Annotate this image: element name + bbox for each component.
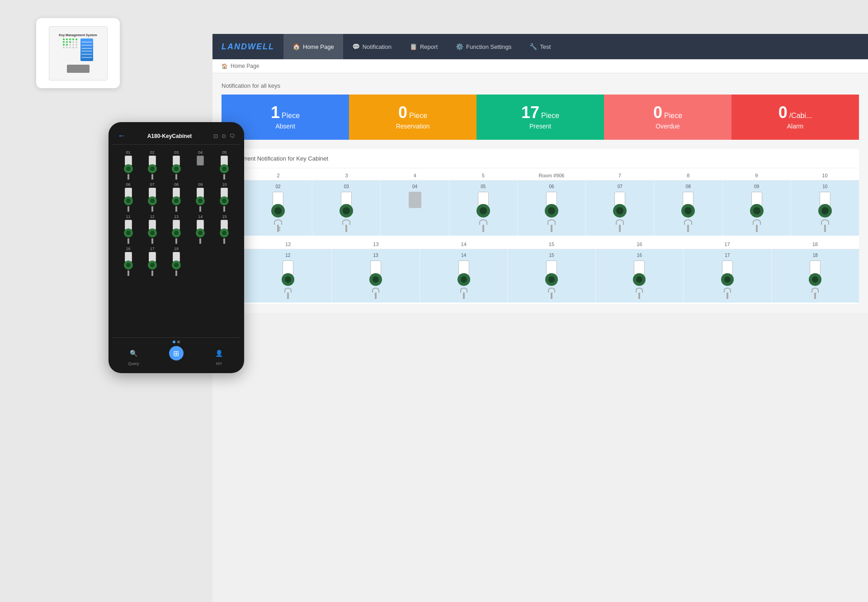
nav-label-home: Home Page bbox=[303, 43, 334, 50]
tablet-nav-home[interactable]: ⊞ bbox=[169, 346, 184, 366]
tablet-nav-my[interactable]: 👤 MY bbox=[212, 346, 226, 366]
key-cell-06[interactable]: 06 bbox=[518, 180, 586, 236]
key-cell-03[interactable]: 03 bbox=[312, 180, 381, 236]
stat-card-reservation[interactable]: 0 Piece Reservation bbox=[349, 95, 476, 140]
key-cell-05[interactable]: 05 bbox=[449, 180, 518, 236]
test-icon: 🔧 bbox=[529, 43, 537, 50]
page-dot-2 bbox=[177, 341, 180, 343]
breadcrumb-home-icon: 🏠 bbox=[222, 63, 228, 69]
col-header-14: 14 bbox=[420, 240, 508, 249]
breadcrumb-text: Home Page bbox=[231, 63, 259, 69]
nav-label-report: Report bbox=[420, 43, 438, 50]
absent-unit: Piece bbox=[282, 112, 300, 120]
col-header-13: 13 bbox=[332, 240, 420, 249]
nav-item-home[interactable]: 🏠 Home Page bbox=[283, 34, 343, 59]
tablet-key-09[interactable]: 09 bbox=[190, 182, 211, 212]
key-cell-07[interactable]: 07 bbox=[586, 180, 654, 236]
overdue-label: Overdue bbox=[656, 123, 680, 130]
cabinet-section: ● Current Notification for Key Cabinet y… bbox=[222, 149, 859, 304]
tablet-back-button[interactable]: ← bbox=[118, 131, 126, 141]
tablet-icon-chat[interactable]: 🗨 bbox=[230, 133, 235, 139]
key-cell-15[interactable]: 15 bbox=[508, 249, 595, 303]
tablet-key-04[interactable]: 04 bbox=[190, 150, 211, 180]
tablet-key-14[interactable]: 14 bbox=[190, 214, 211, 244]
tablet-page-dots bbox=[173, 341, 180, 343]
col-header-2: 2 bbox=[244, 171, 312, 180]
tablet-nav-query[interactable]: 🔍 Query bbox=[126, 346, 141, 366]
tablet-bottom-nav: 🔍 Query ⊞ 👤 MY bbox=[112, 337, 241, 368]
tablet-key-06[interactable]: 06 bbox=[118, 182, 139, 212]
key-cell-12[interactable]: 12 bbox=[244, 249, 332, 303]
key-cell-08[interactable]: 08 bbox=[654, 180, 722, 236]
col-header-4: 4 bbox=[381, 171, 449, 180]
tablet-screen: ← A180-KeyCabinet ⊡ ⊙ 🗨 01 bbox=[112, 128, 241, 368]
slot-num-02: 02 bbox=[276, 184, 281, 189]
col-header-7: 7 bbox=[586, 171, 654, 180]
slot-num-08: 08 bbox=[686, 184, 691, 189]
key-cell-09[interactable]: 09 bbox=[723, 180, 791, 236]
slot-num-07: 07 bbox=[618, 184, 623, 189]
stat-card-alarm[interactable]: 0 /Cabi... Alarm bbox=[731, 95, 859, 140]
tablet-key-16[interactable]: 16 bbox=[118, 246, 139, 276]
slot-num-09: 09 bbox=[754, 184, 759, 189]
key-cell-18[interactable]: 18 bbox=[772, 249, 859, 303]
col-header-18: 18 bbox=[771, 240, 859, 249]
tablet-key-12[interactable]: 12 bbox=[142, 214, 163, 244]
key-cell-16[interactable]: 16 bbox=[596, 249, 684, 303]
key-cell-14[interactable]: 14 bbox=[420, 249, 508, 303]
tablet-key-13[interactable]: 13 bbox=[165, 214, 187, 244]
tablet-key-01[interactable]: 01 bbox=[118, 150, 139, 180]
tablet-key-03[interactable]: 03 bbox=[165, 150, 187, 180]
nav-item-function-settings[interactable]: ⚙️ Function Settings bbox=[447, 34, 520, 59]
key-cell-02[interactable]: 02 bbox=[244, 180, 312, 236]
tablet-key-10[interactable]: 10 bbox=[214, 182, 235, 212]
slot-num-05: 05 bbox=[481, 184, 486, 189]
present-number: 17 bbox=[521, 104, 539, 121]
nav-item-report[interactable]: 📋 Report bbox=[401, 34, 447, 59]
tablet-icons: ⊡ ⊙ 🗨 bbox=[213, 133, 235, 139]
tablet-key-11[interactable]: 11 bbox=[118, 214, 139, 244]
tablet-key-18[interactable]: 18 bbox=[165, 246, 187, 276]
query-icon: 🔍 bbox=[126, 346, 141, 360]
cabinet-header: ● Current Notification for Key Cabinet bbox=[222, 149, 859, 168]
col-header-8: 8 bbox=[654, 171, 722, 180]
tablet-key-02[interactable]: 02 bbox=[142, 150, 163, 180]
tablet-key-grid: 01 02 03 bbox=[116, 148, 237, 278]
main-ui: LANDWELL 🏠 Home Page 💬 Notification 📋 Re… bbox=[212, 34, 868, 602]
report-icon: 📋 bbox=[410, 43, 417, 50]
absent-number: 1 bbox=[271, 104, 280, 121]
page-dot-1 bbox=[173, 341, 175, 343]
home-icon: 🏠 bbox=[292, 43, 300, 50]
nav-item-notification[interactable]: 💬 Notification bbox=[343, 34, 401, 59]
notification-icon: 💬 bbox=[352, 43, 360, 50]
key-cell-17[interactable]: 17 bbox=[684, 249, 771, 303]
overdue-number: 0 bbox=[653, 104, 662, 121]
tablet-key-17[interactable]: 17 bbox=[142, 246, 163, 276]
cabinet-header-text: Current Notification for Key Cabinet bbox=[236, 155, 328, 162]
key-cell-10[interactable]: 10 bbox=[791, 180, 859, 236]
col-header-17: 17 bbox=[683, 240, 771, 249]
nav-label-notification: Notification bbox=[363, 43, 392, 50]
tablet-key-08[interactable]: 08 bbox=[165, 182, 187, 212]
navbar: LANDWELL 🏠 Home Page 💬 Notification 📋 Re… bbox=[212, 34, 868, 59]
tablet-key-07[interactable]: 07 bbox=[142, 182, 163, 212]
tablet-key-05[interactable]: 05 bbox=[214, 150, 235, 180]
alarm-unit: /Cabi... bbox=[789, 112, 812, 120]
stat-cards: 1 Piece Absent 0 Piece Reservation 17 Pi… bbox=[222, 95, 859, 140]
key-cell-04[interactable]: 04 bbox=[381, 180, 449, 236]
stat-card-present[interactable]: 17 Piece Present bbox=[476, 95, 604, 140]
tablet-key-15[interactable]: 15 bbox=[214, 214, 235, 244]
hardware-device: Key Management System bbox=[36, 18, 120, 88]
tablet-device: ← A180-KeyCabinet ⊡ ⊙ 🗨 01 bbox=[108, 122, 244, 373]
query-label: Query bbox=[128, 361, 139, 366]
stat-card-overdue[interactable]: 0 Piece Overdue bbox=[604, 95, 731, 140]
tablet-icon-expand[interactable]: ⊡ bbox=[213, 133, 218, 139]
col-header-10: 10 bbox=[791, 171, 859, 180]
key-cell-13[interactable]: 13 bbox=[332, 249, 420, 303]
my-icon: 👤 bbox=[212, 346, 226, 360]
col-header-9: 9 bbox=[722, 171, 791, 180]
nav-item-test[interactable]: 🔧 Test bbox=[520, 34, 560, 59]
tablet-icon-time[interactable]: ⊙ bbox=[222, 133, 226, 139]
slot-num-03: 03 bbox=[344, 184, 349, 189]
reservation-number: 0 bbox=[398, 104, 407, 121]
